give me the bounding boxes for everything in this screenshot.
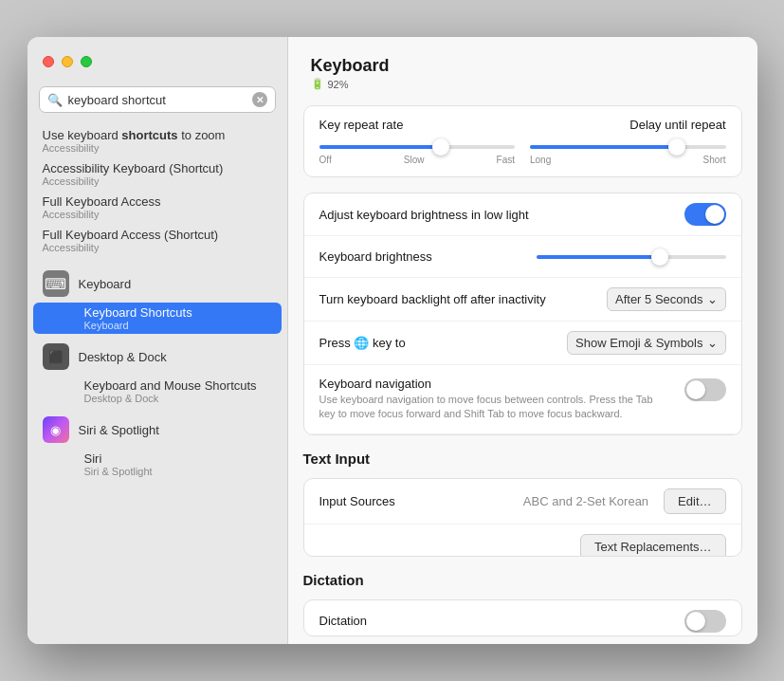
sidebar-sub-subtitle: Keyboard: [84, 320, 266, 331]
key-repeat-thumb[interactable]: [432, 138, 449, 156]
settings-card: Adjust keyboard brightness in low light …: [303, 193, 742, 435]
dictation-row: Dictation: [304, 600, 741, 636]
press-key-label: Press 🌐 key to: [319, 336, 568, 350]
main-header: Keyboard 🔋 92%: [288, 37, 757, 98]
backlight-off-row: Turn keyboard backlight off after inacti…: [304, 278, 741, 322]
backlight-off-dropdown[interactable]: After 5 Seconds ⌄: [607, 287, 726, 311]
sidebar-item-keyboard[interactable]: ⌨ Keyboard: [27, 265, 287, 303]
sidebar-list: Use keyboard shortcuts to zoom Accessibi…: [27, 124, 287, 644]
sidebar-item-keyboard-shortcuts[interactable]: Keyboard Shortcuts Keyboard: [33, 303, 282, 334]
sidebar: 🔍 ✕ Use keyboard shortcuts to zoom Acces…: [27, 37, 288, 644]
slider-label-long: Long: [530, 155, 551, 165]
search-icon: 🔍: [47, 93, 63, 107]
dictation-label: Dictation: [319, 614, 684, 628]
search-result-accessibility-keyboard[interactable]: Accessibility Keyboard (Shortcut) Access…: [27, 157, 287, 191]
battery-icon: 🔋: [311, 78, 324, 90]
text-replacements-button[interactable]: Text Replacements…: [580, 534, 726, 556]
delay-repeat-fill: [530, 145, 677, 149]
battery-text: 92%: [328, 79, 349, 90]
keyboard-nav-row: Keyboard navigation Use keyboard navigat…: [304, 365, 741, 434]
search-result-subtitle: Accessibility: [43, 242, 272, 253]
search-result-subtitle: Accessibility: [43, 209, 272, 220]
sidebar-item-siri[interactable]: Siri Siri & Spotlight: [33, 449, 282, 480]
dictation-card: Dictation: [303, 599, 742, 636]
text-replacements-row: Text Replacements…: [304, 525, 741, 556]
delay-repeat-track[interactable]: [530, 145, 726, 149]
text-input-section-title: Text Input: [288, 443, 757, 470]
key-repeat-labels: Off Slow Fast: [319, 155, 516, 165]
delay-repeat-label: Delay until repeat: [629, 118, 725, 132]
keyboard-nav-label: Keyboard navigation: [319, 377, 669, 391]
dictation-section-title: Dictation: [288, 564, 757, 592]
delay-repeat-labels: Long Short: [530, 155, 726, 165]
search-result-full-keyboard[interactable]: Full Keyboard Access Accessibility: [27, 191, 287, 224]
toggle-knob: [705, 205, 724, 224]
sliders-card: Key repeat rate Delay until repeat Off S…: [303, 105, 742, 177]
sidebar-sub-subtitle: Desktop & Dock: [84, 393, 266, 404]
search-result-zoom[interactable]: Use keyboard shortcuts to zoom Accessibi…: [27, 124, 287, 157]
sidebar-item-keyboard-mouse-shortcuts[interactable]: Keyboard and Mouse Shortcuts Desktop & D…: [33, 376, 282, 407]
page-title: Keyboard: [311, 56, 735, 76]
sidebar-sub-title: Keyboard Shortcuts: [84, 305, 266, 320]
press-key-row: Press 🌐 key to Show Emoji & Symbols ⌄: [304, 322, 741, 365]
keyboard-nav-toggle[interactable]: [684, 378, 726, 401]
search-result-full-keyboard-shortcut[interactable]: Full Keyboard Access (Shortcut) Accessib…: [27, 224, 287, 257]
delay-repeat-slider-group: Long Short: [530, 139, 726, 165]
close-button[interactable]: [43, 56, 54, 67]
search-result-title: Use keyboard shortcuts to zoom: [43, 128, 272, 142]
press-key-dropdown[interactable]: Show Emoji & Symbols ⌄: [567, 331, 725, 355]
search-clear-button[interactable]: ✕: [252, 92, 267, 107]
chevron-down-icon: ⌄: [707, 292, 718, 306]
app-window: 🔍 ✕ Use keyboard shortcuts to zoom Acces…: [27, 37, 757, 644]
chevron-down-icon: ⌄: [707, 336, 718, 350]
input-sources-row: Input Sources ABC and 2-Set Korean Edit…: [304, 479, 741, 525]
toggle-knob: [686, 612, 705, 631]
press-key-value: Show Emoji & Symbols: [575, 336, 702, 350]
minimize-button[interactable]: [62, 56, 73, 67]
main-content: Keyboard 🔋 92% Key repeat rate Delay unt…: [288, 37, 757, 644]
input-sources-right: ABC and 2-Set Korean Edit…: [523, 488, 726, 514]
brightness-toggle[interactable]: [684, 203, 726, 226]
keyboard-shortcuts-row: Keyboard Shortcuts…: [304, 434, 741, 436]
edit-button[interactable]: Edit…: [664, 488, 725, 514]
maximize-button[interactable]: [81, 56, 92, 67]
sidebar-siri-label: Siri & Spotlight: [79, 423, 159, 437]
backlight-off-label: Turn keyboard backlight off after inacti…: [319, 292, 608, 306]
keyboard-brightness-slider[interactable]: [537, 255, 726, 259]
dock-icon: ⬛: [43, 343, 69, 370]
delay-repeat-thumb[interactable]: [668, 138, 685, 156]
slider-label-slow: Slow: [404, 155, 425, 165]
sidebar-item-desktop-dock[interactable]: ⬛ Desktop & Dock: [27, 338, 287, 376]
search-input[interactable]: [68, 93, 246, 107]
backlight-off-value: After 5 Seconds: [615, 292, 703, 306]
slider-label-fast: Fast: [497, 155, 515, 165]
dictation-toggle[interactable]: [684, 610, 726, 633]
slider-header: Key repeat rate Delay until repeat: [319, 118, 726, 132]
keyboard-brightness-label: Keyboard brightness: [319, 249, 537, 264]
sliders-row: Off Slow Fast Long Short: [319, 139, 726, 165]
search-result-title: Full Keyboard Access (Shortcut): [43, 228, 272, 242]
backlight-off-right: After 5 Seconds ⌄: [607, 287, 726, 311]
sidebar-desktop-dock-label: Desktop & Dock: [79, 350, 167, 364]
adjust-brightness-row: Adjust keyboard brightness in low light: [304, 193, 741, 236]
adjust-brightness-label: Adjust keyboard brightness in low light: [319, 208, 684, 222]
search-result-subtitle: Accessibility: [43, 175, 272, 187]
sidebar-item-siri-spotlight[interactable]: ◉ Siri & Spotlight: [27, 411, 287, 449]
input-sources-label: Input Sources: [319, 494, 523, 508]
slider-label-short: Short: [703, 155, 726, 165]
titlebar: [27, 37, 287, 86]
press-key-right: Show Emoji & Symbols ⌄: [567, 331, 725, 355]
kb-brightness-fill: [537, 255, 660, 259]
keyboard-nav-content: Keyboard navigation Use keyboard navigat…: [319, 377, 669, 422]
key-repeat-track[interactable]: [319, 145, 516, 149]
kb-brightness-thumb[interactable]: [651, 248, 668, 266]
slider-label-off: Off: [319, 155, 332, 165]
siri-icon: ◉: [43, 416, 69, 443]
sidebar-sub-title: Keyboard and Mouse Shortcuts: [84, 378, 266, 393]
keyboard-nav-desc: Use keyboard navigation to move focus be…: [319, 393, 669, 422]
keyboard-brightness-row: Keyboard brightness: [304, 236, 741, 278]
search-result-subtitle: Accessibility: [43, 142, 272, 154]
search-result-title: Full Keyboard Access: [43, 194, 272, 209]
battery-row: 🔋 92%: [311, 78, 735, 90]
search-bar[interactable]: 🔍 ✕: [39, 86, 276, 113]
